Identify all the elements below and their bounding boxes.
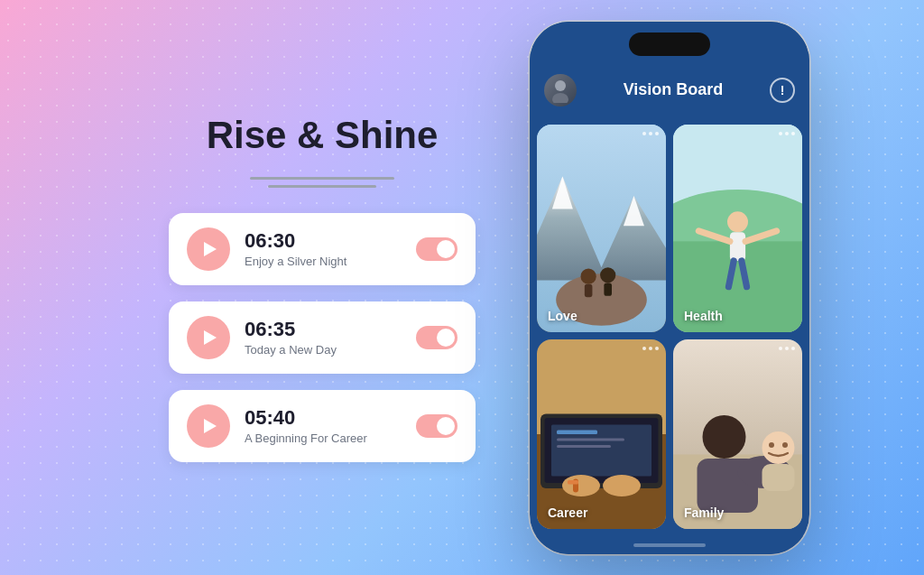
title-line-short <box>268 185 376 188</box>
vision-card-love[interactable]: Love <box>537 125 666 332</box>
alarm-toggle-3[interactable] <box>416 414 457 438</box>
alarm-panel: Rise & Shine 06:30 Enjoy a Silver Night … <box>115 78 530 498</box>
love-card-label: Love <box>548 309 578 323</box>
alarm-time-3: 05:40 <box>245 406 402 430</box>
play-button-1[interactable] <box>187 227 230 271</box>
play-button-2[interactable] <box>187 316 230 359</box>
svg-point-41 <box>782 442 788 448</box>
alarm-label-3: A Beginning For Career <box>245 431 402 445</box>
alarm-label-1: Enjoy a Silver Night <box>245 255 402 268</box>
family-card-label: Family <box>684 505 724 520</box>
svg-rect-26 <box>557 430 597 434</box>
vision-grid: Love <box>530 117 809 536</box>
alarm-card-1: 06:30 Enjoy a Silver Night <box>169 213 476 285</box>
love-card-dots <box>642 132 659 135</box>
svg-rect-28 <box>557 445 611 448</box>
avatar[interactable] <box>544 74 577 107</box>
alarm-toggle-1[interactable] <box>416 237 457 261</box>
info-icon: ! <box>781 83 785 97</box>
svg-point-30 <box>603 475 641 496</box>
health-card-label: Health <box>684 309 723 323</box>
svg-rect-8 <box>585 283 593 296</box>
svg-point-15 <box>727 211 748 232</box>
svg-point-7 <box>581 268 596 283</box>
vision-card-career[interactable]: Career <box>537 339 666 529</box>
career-card-label: Career <box>548 505 587 520</box>
phone-mockup: Vision Board ! <box>530 22 809 554</box>
svg-rect-10 <box>604 283 612 295</box>
title-decoration <box>250 177 394 188</box>
health-card-dots <box>779 132 795 135</box>
svg-rect-39 <box>762 464 795 491</box>
svg-rect-16 <box>730 232 745 261</box>
svg-point-40 <box>769 442 774 448</box>
alarm-time-1: 06:30 <box>245 229 402 253</box>
phone-bottom-bar <box>530 536 809 554</box>
phone-screen: Vision Board ! <box>530 22 809 554</box>
vision-board-title: Vision Board <box>586 80 761 99</box>
svg-point-0 <box>555 80 566 91</box>
avatar-image <box>544 74 577 107</box>
svg-point-38 <box>762 431 795 464</box>
career-card-dots <box>642 347 659 350</box>
alarm-time-2: 06:35 <box>245 318 402 341</box>
family-card-dots <box>779 347 795 350</box>
info-button[interactable]: ! <box>770 78 795 103</box>
svg-rect-32 <box>568 480 578 485</box>
alarm-card-3: 05:40 A Beginning For Career <box>169 390 476 462</box>
dynamic-island <box>629 32 710 56</box>
title-line-long <box>250 177 394 180</box>
alarm-label-2: Today a New Day <box>245 343 402 357</box>
alarm-card-2: 06:35 Today a New Day <box>169 301 476 374</box>
play-button-3[interactable] <box>187 404 230 448</box>
alarm-toggle-2[interactable] <box>416 326 457 349</box>
vision-card-family[interactable]: Family <box>673 339 802 529</box>
app-title: Rise & Shine <box>207 114 439 157</box>
svg-point-9 <box>600 267 615 283</box>
svg-point-35 <box>703 415 746 459</box>
svg-point-29 <box>562 475 600 496</box>
alarm-info-2: 06:35 Today a New Day <box>245 318 402 357</box>
alarm-info-1: 06:30 Enjoy a Silver Night <box>245 229 402 268</box>
vision-card-health[interactable]: Health <box>673 125 802 332</box>
svg-rect-27 <box>557 438 624 441</box>
svg-point-1 <box>552 93 568 103</box>
alarm-info-3: 05:40 A Beginning For Career <box>245 406 402 445</box>
home-indicator <box>633 543 706 547</box>
